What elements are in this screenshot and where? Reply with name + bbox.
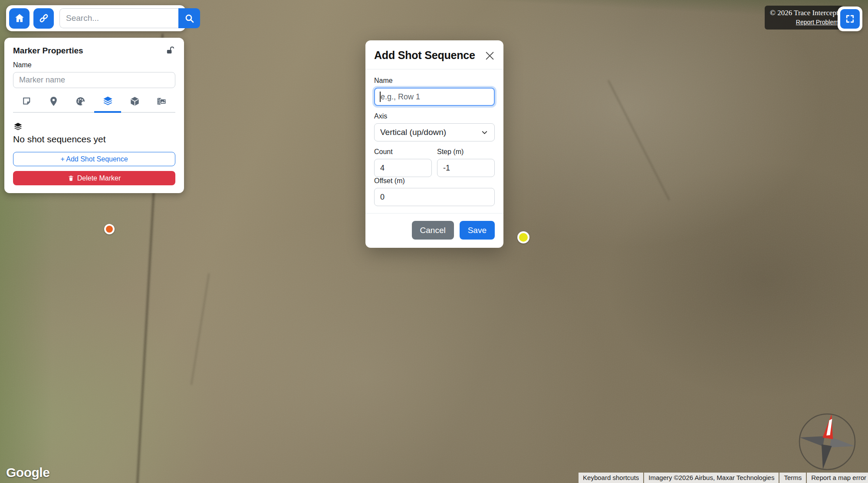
layers-icon [13,122,23,131]
panel-header: Marker Properties [13,46,175,56]
count-input[interactable] [374,159,432,177]
copyright-text: © 2026 Trace Intercept [770,9,838,17]
offset-input[interactable] [374,188,495,206]
offset-field-block: Offset (m) [374,177,495,206]
media-icon [156,96,167,107]
link-icon [38,13,49,24]
close-button[interactable] [484,50,496,62]
axis-field-block: Axis Vertical (up/down) [374,112,495,141]
tab-notes[interactable] [13,95,40,113]
name-label: Name [374,77,495,85]
step-field-block: Step (m) [437,148,495,177]
add-shot-sequence-button[interactable]: + Add Shot Sequence [13,152,175,166]
fullscreen-icon [845,13,855,24]
pin-icon [48,96,59,107]
name-field-block: Name [374,77,495,106]
keyboard-shortcuts-link[interactable]: Keyboard shortcuts [579,473,643,483]
panel-title: Marker Properties [13,46,83,56]
tab-style[interactable] [67,95,94,113]
save-button[interactable]: Save [460,221,495,240]
axis-select[interactable]: Vertical (up/down) [374,123,495,141]
chevron-down-icon [480,128,489,137]
home-icon [14,13,25,24]
marker-properties-panel: Marker Properties Name [4,38,184,193]
link-button[interactable] [33,8,54,29]
fullscreen-button-wrap [838,7,862,31]
search-input[interactable] [59,8,178,28]
compass[interactable] [798,412,857,473]
sequence-name-input[interactable] [374,88,495,106]
axis-label: Axis [374,112,495,120]
map-marker-yellow[interactable] [517,231,529,243]
note-icon [21,96,32,107]
modal-body: Name Axis Vertical (up/down) Count [365,69,503,213]
google-logo[interactable]: Google [6,465,49,480]
text-caret [380,92,381,102]
fullscreen-button[interactable] [840,9,860,29]
close-icon [484,50,496,62]
map-marker-orange[interactable] [104,224,115,234]
add-shot-sequence-modal: Add Shot Sequence Name Axis [365,40,503,248]
tab-3d-model[interactable] [121,95,148,113]
panel-tabs [13,95,175,113]
palette-icon [75,96,86,107]
name-input-wrap [374,88,495,106]
modal-footer: Cancel Save [365,213,503,248]
modal-title: Add Shot Sequence [374,49,475,61]
search-group [59,8,200,28]
marker-name-input[interactable] [13,72,175,88]
tab-media[interactable] [148,95,175,113]
lock-toggle-button[interactable] [165,46,175,56]
report-problem-link[interactable]: Report Problem [796,19,838,26]
count-step-row: Count Step (m) [374,148,495,177]
empty-state-text: No shot sequences yet [13,134,175,145]
layers-icon [102,95,114,107]
tab-shot-sequences[interactable] [94,95,121,113]
top-toolbar [6,5,186,31]
report-map-error-link[interactable]: Report a map error [807,473,868,483]
copyright-box: © 2026 Trace Intercept Report Problem [765,6,844,30]
terms-link[interactable]: Terms [779,473,806,483]
lock-open-icon [165,46,175,56]
offset-label: Offset (m) [374,177,495,185]
modal-header: Add Shot Sequence [365,40,503,69]
shot-sequences-empty-state: No shot sequences yet [13,122,175,145]
tab-location[interactable] [40,95,67,113]
step-label: Step (m) [437,148,495,156]
marker-name-label: Name [13,61,175,69]
search-button[interactable] [178,8,200,28]
home-button[interactable] [9,8,30,29]
map-stage: Marker Properties Name [0,0,868,483]
step-input[interactable] [437,159,495,177]
trash-icon [68,175,74,181]
count-label: Count [374,148,432,156]
imagery-attribution: Imagery ©2026 Airbus, Maxar Technologies [644,473,779,483]
count-field-block: Count [374,148,432,177]
cube-icon [129,96,140,107]
search-icon [184,13,195,24]
map-attribution-bar: Keyboard shortcuts Imagery ©2026 Airbus,… [579,473,868,483]
axis-selected-value: Vertical (up/down) [380,128,446,137]
cancel-button[interactable]: Cancel [412,221,454,240]
delete-marker-button[interactable]: Delete Marker [13,171,175,185]
delete-marker-label: Delete Marker [77,174,121,182]
